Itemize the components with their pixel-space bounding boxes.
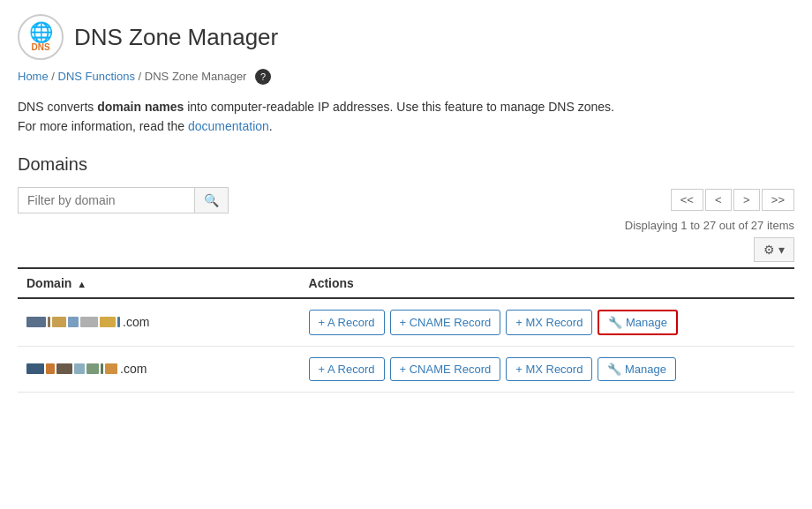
domains-table: Domain ▲ Actions .com+ A Record+ CNAME R…: [18, 267, 794, 393]
gear-row: ⚙ ▾: [18, 237, 794, 262]
last-page-button[interactable]: >>: [762, 189, 794, 211]
domain-suffix: .com: [123, 315, 149, 329]
redacted-domain-segments: [26, 317, 120, 327]
col-actions: Actions: [300, 268, 794, 298]
dns-logo-label: DNS: [31, 42, 49, 52]
domain-segment: [105, 363, 117, 374]
page-header: 🌐 DNS DNS Zone Manager: [18, 14, 794, 60]
domain-segment: [101, 363, 103, 374]
domain-segment: [117, 317, 120, 327]
domain-segment: [74, 363, 85, 374]
domain-segment: [26, 363, 44, 374]
table-header-row: Domain ▲ Actions: [18, 268, 794, 298]
first-page-button[interactable]: <<: [671, 189, 703, 211]
actions-cell: + A Record+ CNAME Record+ MX Record🔧 Man…: [300, 346, 794, 392]
breadcrumb: Home / DNS Functions / DNS Zone Manager …: [18, 69, 794, 85]
domain-segment: [26, 317, 46, 327]
action-buttons: + A Record+ CNAME Record+ MX Record🔧 Man…: [309, 357, 786, 381]
breadcrumb-dns-functions[interactable]: DNS Functions: [58, 70, 135, 83]
domain-segment: [46, 363, 55, 374]
cname-record-button[interactable]: + CNAME Record: [390, 357, 501, 381]
search-icon: 🔍: [204, 193, 219, 207]
actions-cell: + A Record+ CNAME Record+ MX Record🔧 Man…: [300, 298, 794, 347]
action-buttons: + A Record+ CNAME Record+ MX Record🔧 Man…: [309, 310, 786, 335]
pagination: << < > >>: [671, 189, 794, 211]
gear-button[interactable]: ⚙ ▾: [754, 237, 794, 262]
domain-segment: [100, 317, 116, 327]
prev-page-button[interactable]: <: [705, 189, 732, 211]
filter-left: 🔍: [18, 187, 229, 213]
breadcrumb-home[interactable]: Home: [18, 70, 49, 83]
filter-input[interactable]: [18, 187, 194, 213]
search-button[interactable]: 🔍: [194, 187, 229, 213]
breadcrumb-current: DNS Zone Manager: [145, 70, 247, 83]
domain-cell: .com: [18, 298, 300, 347]
next-page-button[interactable]: >: [733, 189, 760, 211]
domain-cell: .com: [18, 346, 300, 392]
mx-record-button[interactable]: + MX Record: [506, 310, 592, 335]
dns-icon: 🌐: [29, 23, 53, 42]
a-record-button[interactable]: + A Record: [309, 357, 385, 381]
domain-segment: [86, 363, 99, 374]
help-icon[interactable]: ?: [255, 69, 271, 85]
dns-logo: 🌐 DNS: [18, 14, 64, 60]
domain-segment: [68, 317, 79, 327]
domain-segment: [52, 317, 66, 327]
sort-arrow-icon: ▲: [77, 279, 86, 289]
gear-icon: ⚙: [763, 243, 775, 257]
manage-button[interactable]: 🔧 Manage: [598, 310, 678, 335]
gear-dropdown-arrow: ▾: [778, 243, 785, 257]
table-row: .com+ A Record+ CNAME Record+ MX Record🔧…: [18, 298, 794, 347]
domain-segment: [56, 363, 72, 374]
page-title: DNS Zone Manager: [74, 24, 278, 51]
table-row: .com+ A Record+ CNAME Record+ MX Record🔧…: [18, 346, 794, 392]
manage-button[interactable]: 🔧 Manage: [598, 357, 676, 381]
domain-segment: [80, 317, 98, 327]
domain-segment: [48, 317, 50, 327]
redacted-domain-segments: [26, 363, 117, 374]
description: DNS converts domain names into computer-…: [18, 97, 794, 137]
domain-name: .com: [26, 362, 291, 376]
display-info: Displaying 1 to 27 out of 27 items: [18, 219, 794, 232]
a-record-button[interactable]: + A Record: [309, 310, 385, 335]
filter-pagination-row: 🔍 << < > >>: [18, 187, 794, 213]
cname-record-button[interactable]: + CNAME Record: [390, 310, 501, 335]
domain-name: .com: [26, 315, 291, 329]
mx-record-button[interactable]: + MX Record: [506, 357, 592, 381]
documentation-link[interactable]: documentation: [188, 119, 269, 133]
domain-suffix: .com: [120, 362, 147, 376]
section-title: Domains: [18, 154, 794, 175]
col-domain: Domain ▲: [18, 268, 300, 298]
